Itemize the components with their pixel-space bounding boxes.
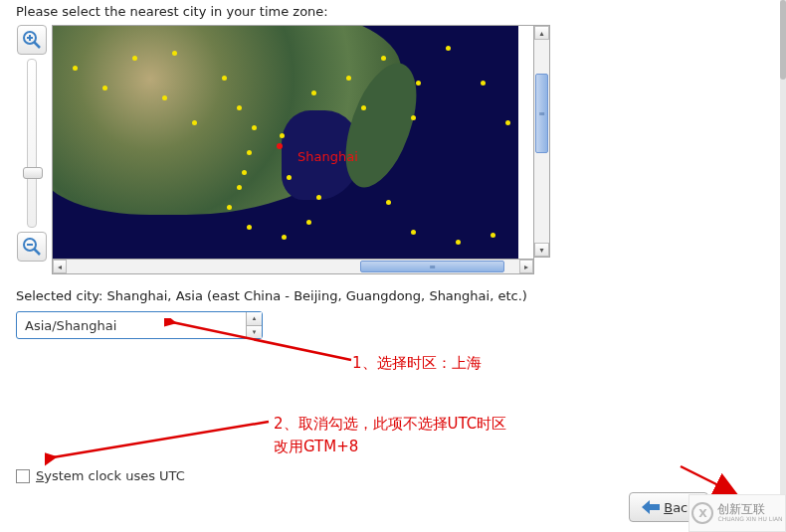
scroll-right-button[interactable]: ▸ bbox=[519, 260, 533, 273]
scroll-left-button[interactable]: ◂ bbox=[53, 260, 67, 273]
watermark-subtext: CHUANG XIN HU LIAN bbox=[717, 516, 782, 523]
scroll-up-button[interactable]: ▴ bbox=[534, 26, 549, 40]
annotation-2-line2: 改用GTM+8 bbox=[274, 438, 358, 456]
selected-city-label: Shanghai bbox=[297, 149, 358, 164]
timezone-select-value: Asia/Shanghai bbox=[25, 318, 116, 333]
zoom-out-icon bbox=[22, 237, 42, 257]
zoom-slider[interactable] bbox=[27, 59, 37, 228]
zoom-in-button[interactable] bbox=[17, 25, 47, 55]
annotation-1: 1、选择时区：上海 bbox=[352, 354, 482, 373]
svg-line-5 bbox=[35, 250, 41, 256]
watermark: X 创新互联 CHUANG XIN HU LIAN bbox=[688, 494, 786, 532]
scroll-down-button[interactable]: ▾ bbox=[534, 243, 549, 257]
zoom-out-button[interactable] bbox=[17, 232, 47, 262]
zoom-in-icon bbox=[22, 30, 42, 50]
map-horizontal-scrollbar[interactable]: ◂ ≡ ▸ bbox=[52, 260, 534, 274]
instruction-text: Please select the nearest city in your t… bbox=[16, 4, 770, 19]
zoom-controls bbox=[16, 25, 48, 262]
hscroll-thumb[interactable]: ≡ bbox=[360, 261, 504, 272]
spinner-down-icon[interactable]: ▾ bbox=[247, 326, 262, 339]
vscroll-thumb[interactable]: ≡ bbox=[535, 74, 548, 153]
svg-line-1 bbox=[35, 43, 41, 49]
utc-checkbox-label[interactable]: System clock uses UTC bbox=[36, 468, 185, 483]
selected-city-marker bbox=[277, 143, 283, 149]
back-arrow-icon bbox=[642, 500, 660, 514]
zoom-slider-thumb[interactable] bbox=[23, 167, 43, 179]
annotation-2-line1: 2、取消勾选，此项不选择UTC时区 bbox=[274, 415, 506, 434]
watermark-logo-icon: X bbox=[691, 502, 713, 524]
timezone-spinner[interactable]: ▴ ▾ bbox=[246, 312, 262, 338]
utc-checkbox[interactable] bbox=[16, 469, 30, 483]
timezone-map[interactable]: Shanghai bbox=[52, 25, 534, 260]
map-vertical-scrollbar[interactable]: ▴ ≡ ▾ bbox=[534, 25, 550, 258]
spinner-up-icon[interactable]: ▴ bbox=[247, 312, 262, 326]
selected-city-text: Selected city: Shanghai, Asia (east Chin… bbox=[16, 288, 770, 303]
timezone-select[interactable]: Asia/Shanghai ▴ ▾ bbox=[16, 311, 263, 339]
